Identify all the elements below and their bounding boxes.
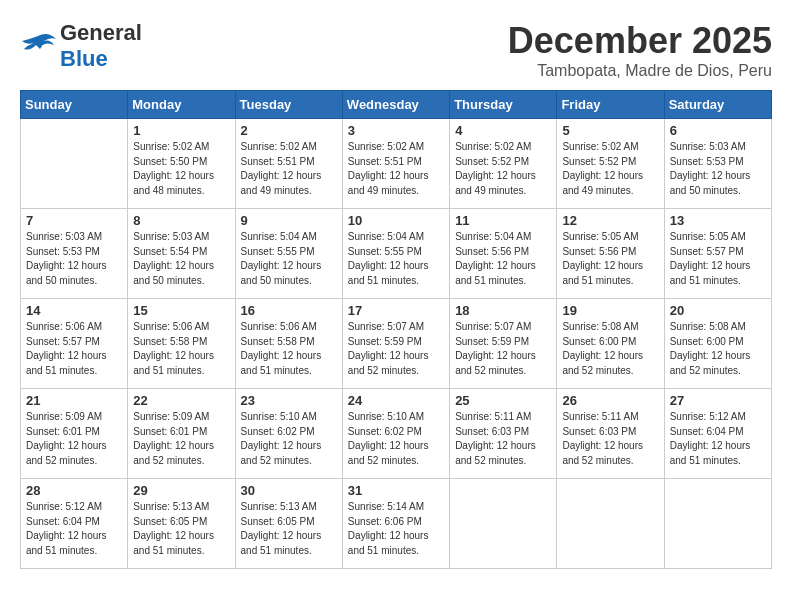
day-info: Sunrise: 5:03 AM Sunset: 5:54 PM Dayligh… bbox=[133, 230, 229, 288]
day-number: 5 bbox=[562, 123, 658, 138]
day-number: 23 bbox=[241, 393, 337, 408]
day-info: Sunrise: 5:07 AM Sunset: 5:59 PM Dayligh… bbox=[348, 320, 444, 378]
day-info: Sunrise: 5:09 AM Sunset: 6:01 PM Dayligh… bbox=[133, 410, 229, 468]
calendar-cell: 7Sunrise: 5:03 AM Sunset: 5:53 PM Daylig… bbox=[21, 209, 128, 299]
calendar-cell: 2Sunrise: 5:02 AM Sunset: 5:51 PM Daylig… bbox=[235, 119, 342, 209]
day-number: 19 bbox=[562, 303, 658, 318]
calendar-cell: 31Sunrise: 5:14 AM Sunset: 6:06 PM Dayli… bbox=[342, 479, 449, 569]
day-number: 31 bbox=[348, 483, 444, 498]
day-info: Sunrise: 5:10 AM Sunset: 6:02 PM Dayligh… bbox=[241, 410, 337, 468]
day-info: Sunrise: 5:08 AM Sunset: 6:00 PM Dayligh… bbox=[670, 320, 766, 378]
day-info: Sunrise: 5:05 AM Sunset: 5:57 PM Dayligh… bbox=[670, 230, 766, 288]
calendar-cell: 16Sunrise: 5:06 AM Sunset: 5:58 PM Dayli… bbox=[235, 299, 342, 389]
day-number: 15 bbox=[133, 303, 229, 318]
calendar-header-row: SundayMondayTuesdayWednesdayThursdayFrid… bbox=[21, 91, 772, 119]
day-number: 28 bbox=[26, 483, 122, 498]
day-number: 24 bbox=[348, 393, 444, 408]
day-info: Sunrise: 5:13 AM Sunset: 6:05 PM Dayligh… bbox=[133, 500, 229, 558]
day-number: 14 bbox=[26, 303, 122, 318]
day-number: 8 bbox=[133, 213, 229, 228]
day-number: 27 bbox=[670, 393, 766, 408]
header: General Blue December 2025 Tambopata, Ma… bbox=[20, 20, 772, 80]
logo-blue: Blue bbox=[60, 46, 108, 71]
calendar-cell bbox=[557, 479, 664, 569]
calendar-header-tuesday: Tuesday bbox=[235, 91, 342, 119]
day-number: 6 bbox=[670, 123, 766, 138]
day-info: Sunrise: 5:14 AM Sunset: 6:06 PM Dayligh… bbox=[348, 500, 444, 558]
calendar-header-friday: Friday bbox=[557, 91, 664, 119]
calendar-cell: 3Sunrise: 5:02 AM Sunset: 5:51 PM Daylig… bbox=[342, 119, 449, 209]
calendar-cell bbox=[450, 479, 557, 569]
day-info: Sunrise: 5:12 AM Sunset: 6:04 PM Dayligh… bbox=[670, 410, 766, 468]
day-info: Sunrise: 5:09 AM Sunset: 6:01 PM Dayligh… bbox=[26, 410, 122, 468]
calendar-header-saturday: Saturday bbox=[664, 91, 771, 119]
day-info: Sunrise: 5:02 AM Sunset: 5:52 PM Dayligh… bbox=[562, 140, 658, 198]
calendar-cell: 15Sunrise: 5:06 AM Sunset: 5:58 PM Dayli… bbox=[128, 299, 235, 389]
calendar-week-4: 21Sunrise: 5:09 AM Sunset: 6:01 PM Dayli… bbox=[21, 389, 772, 479]
calendar-cell: 12Sunrise: 5:05 AM Sunset: 5:56 PM Dayli… bbox=[557, 209, 664, 299]
day-info: Sunrise: 5:02 AM Sunset: 5:51 PM Dayligh… bbox=[241, 140, 337, 198]
day-number: 2 bbox=[241, 123, 337, 138]
day-number: 4 bbox=[455, 123, 551, 138]
calendar-cell: 27Sunrise: 5:12 AM Sunset: 6:04 PM Dayli… bbox=[664, 389, 771, 479]
day-number: 7 bbox=[26, 213, 122, 228]
day-info: Sunrise: 5:03 AM Sunset: 5:53 PM Dayligh… bbox=[26, 230, 122, 288]
day-number: 25 bbox=[455, 393, 551, 408]
calendar-cell: 28Sunrise: 5:12 AM Sunset: 6:04 PM Dayli… bbox=[21, 479, 128, 569]
calendar-cell: 21Sunrise: 5:09 AM Sunset: 6:01 PM Dayli… bbox=[21, 389, 128, 479]
day-info: Sunrise: 5:11 AM Sunset: 6:03 PM Dayligh… bbox=[562, 410, 658, 468]
calendar-cell: 24Sunrise: 5:10 AM Sunset: 6:02 PM Dayli… bbox=[342, 389, 449, 479]
day-info: Sunrise: 5:02 AM Sunset: 5:50 PM Dayligh… bbox=[133, 140, 229, 198]
day-info: Sunrise: 5:02 AM Sunset: 5:52 PM Dayligh… bbox=[455, 140, 551, 198]
day-number: 9 bbox=[241, 213, 337, 228]
calendar-week-1: 1Sunrise: 5:02 AM Sunset: 5:50 PM Daylig… bbox=[21, 119, 772, 209]
calendar-cell: 13Sunrise: 5:05 AM Sunset: 5:57 PM Dayli… bbox=[664, 209, 771, 299]
day-info: Sunrise: 5:02 AM Sunset: 5:51 PM Dayligh… bbox=[348, 140, 444, 198]
day-info: Sunrise: 5:04 AM Sunset: 5:56 PM Dayligh… bbox=[455, 230, 551, 288]
calendar-cell: 10Sunrise: 5:04 AM Sunset: 5:55 PM Dayli… bbox=[342, 209, 449, 299]
day-info: Sunrise: 5:06 AM Sunset: 5:58 PM Dayligh… bbox=[133, 320, 229, 378]
day-info: Sunrise: 5:07 AM Sunset: 5:59 PM Dayligh… bbox=[455, 320, 551, 378]
calendar-header-sunday: Sunday bbox=[21, 91, 128, 119]
day-number: 18 bbox=[455, 303, 551, 318]
day-info: Sunrise: 5:05 AM Sunset: 5:56 PM Dayligh… bbox=[562, 230, 658, 288]
day-info: Sunrise: 5:06 AM Sunset: 5:58 PM Dayligh… bbox=[241, 320, 337, 378]
day-info: Sunrise: 5:06 AM Sunset: 5:57 PM Dayligh… bbox=[26, 320, 122, 378]
calendar-cell: 30Sunrise: 5:13 AM Sunset: 6:05 PM Dayli… bbox=[235, 479, 342, 569]
day-number: 20 bbox=[670, 303, 766, 318]
day-number: 17 bbox=[348, 303, 444, 318]
calendar-cell: 6Sunrise: 5:03 AM Sunset: 5:53 PM Daylig… bbox=[664, 119, 771, 209]
calendar-table: SundayMondayTuesdayWednesdayThursdayFrid… bbox=[20, 90, 772, 569]
day-info: Sunrise: 5:04 AM Sunset: 5:55 PM Dayligh… bbox=[241, 230, 337, 288]
month-title: December 2025 bbox=[508, 20, 772, 62]
logo-icon bbox=[20, 31, 56, 61]
day-info: Sunrise: 5:12 AM Sunset: 6:04 PM Dayligh… bbox=[26, 500, 122, 558]
calendar-cell: 25Sunrise: 5:11 AM Sunset: 6:03 PM Dayli… bbox=[450, 389, 557, 479]
calendar-cell: 26Sunrise: 5:11 AM Sunset: 6:03 PM Dayli… bbox=[557, 389, 664, 479]
calendar-cell: 1Sunrise: 5:02 AM Sunset: 5:50 PM Daylig… bbox=[128, 119, 235, 209]
day-number: 11 bbox=[455, 213, 551, 228]
calendar-week-2: 7Sunrise: 5:03 AM Sunset: 5:53 PM Daylig… bbox=[21, 209, 772, 299]
day-number: 1 bbox=[133, 123, 229, 138]
calendar-cell: 8Sunrise: 5:03 AM Sunset: 5:54 PM Daylig… bbox=[128, 209, 235, 299]
calendar-cell: 17Sunrise: 5:07 AM Sunset: 5:59 PM Dayli… bbox=[342, 299, 449, 389]
logo-general: General bbox=[60, 20, 142, 45]
day-number: 22 bbox=[133, 393, 229, 408]
calendar-cell: 29Sunrise: 5:13 AM Sunset: 6:05 PM Dayli… bbox=[128, 479, 235, 569]
day-number: 3 bbox=[348, 123, 444, 138]
calendar-week-3: 14Sunrise: 5:06 AM Sunset: 5:57 PM Dayli… bbox=[21, 299, 772, 389]
calendar-cell: 20Sunrise: 5:08 AM Sunset: 6:00 PM Dayli… bbox=[664, 299, 771, 389]
day-number: 29 bbox=[133, 483, 229, 498]
calendar-cell: 19Sunrise: 5:08 AM Sunset: 6:00 PM Dayli… bbox=[557, 299, 664, 389]
day-number: 16 bbox=[241, 303, 337, 318]
calendar-cell bbox=[664, 479, 771, 569]
day-info: Sunrise: 5:10 AM Sunset: 6:02 PM Dayligh… bbox=[348, 410, 444, 468]
calendar-cell: 5Sunrise: 5:02 AM Sunset: 5:52 PM Daylig… bbox=[557, 119, 664, 209]
subtitle: Tambopata, Madre de Dios, Peru bbox=[508, 62, 772, 80]
calendar-cell bbox=[21, 119, 128, 209]
day-info: Sunrise: 5:11 AM Sunset: 6:03 PM Dayligh… bbox=[455, 410, 551, 468]
calendar-cell: 18Sunrise: 5:07 AM Sunset: 5:59 PM Dayli… bbox=[450, 299, 557, 389]
day-info: Sunrise: 5:08 AM Sunset: 6:00 PM Dayligh… bbox=[562, 320, 658, 378]
calendar-cell: 11Sunrise: 5:04 AM Sunset: 5:56 PM Dayli… bbox=[450, 209, 557, 299]
calendar-cell: 14Sunrise: 5:06 AM Sunset: 5:57 PM Dayli… bbox=[21, 299, 128, 389]
